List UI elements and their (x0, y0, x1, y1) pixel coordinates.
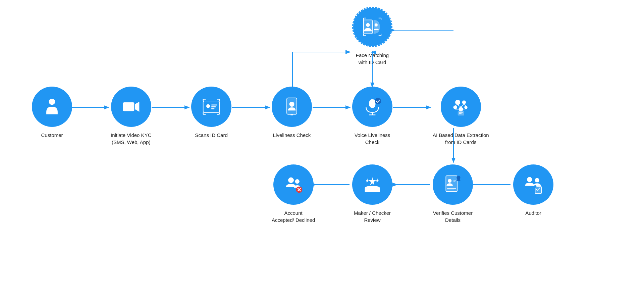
node-voice: Voice Liveliness Check (352, 87, 392, 146)
circle-scans (191, 87, 231, 127)
svg-point-43 (464, 106, 467, 109)
svg-rect-15 (48, 110, 53, 113)
svg-point-54 (366, 23, 370, 27)
svg-marker-76 (369, 177, 376, 185)
svg-marker-77 (375, 178, 379, 182)
node-initiate: Initiate Video KYC (SMS, Web, App) (111, 87, 151, 146)
node-account: Account Accepted/ Declined (272, 164, 315, 224)
auditor-icon (523, 175, 543, 195)
customer-label: Customer (41, 132, 63, 139)
initiate-label: Initiate Video KYC (SMS, Web, App) (111, 132, 151, 146)
svg-point-33 (289, 102, 294, 107)
face-matching-icon (362, 17, 382, 37)
video-kyc-icon (121, 97, 141, 117)
svg-line-46 (461, 104, 464, 107)
svg-point-39 (455, 100, 460, 105)
voice-label: Voice Liveliness Check (355, 132, 390, 146)
svg-point-14 (49, 99, 55, 105)
node-auditor: Auditor (513, 164, 553, 216)
node-face: Face Matching with ID Card (352, 7, 392, 66)
circle-initiate (111, 87, 151, 127)
auditor-label: Auditor (525, 209, 541, 216)
svg-point-73 (535, 178, 539, 182)
svg-point-41 (453, 105, 457, 109)
circle-account (273, 164, 314, 205)
node-verifies: Verifies Customer Details (433, 164, 473, 224)
circle-voice (352, 87, 392, 127)
diagram-container: Customer Initiate Video KYC (SMS, Web, A… (0, 0, 644, 295)
face-inner (353, 8, 391, 46)
svg-point-55 (375, 23, 378, 27)
voice-liveliness-icon (362, 97, 382, 117)
svg-rect-16 (123, 102, 134, 111)
svg-marker-17 (135, 102, 139, 112)
svg-rect-30 (211, 108, 214, 109)
verifies-icon (443, 175, 463, 195)
id-card-icon (201, 97, 221, 117)
svg-rect-35 (369, 99, 376, 108)
svg-point-27 (206, 104, 210, 108)
node-ai: AI Based Data Extraction from ID Cards (433, 87, 489, 146)
circle-auditor (513, 164, 553, 205)
face-label: Face Matching with ID Card (356, 52, 389, 66)
arrows-overlay (0, 0, 644, 295)
svg-line-47 (464, 104, 466, 106)
account-label: Account Accepted/ Declined (272, 209, 315, 224)
svg-point-75 (534, 185, 537, 188)
circle-liveliness (272, 87, 312, 127)
liveliness-icon (282, 97, 302, 117)
node-scans: Scans ID Card (191, 87, 231, 139)
svg-point-72 (527, 177, 532, 182)
circle-ai (441, 87, 481, 127)
node-maker: Maker / Checker Review (352, 164, 392, 224)
node-customer: Customer (32, 87, 72, 139)
svg-line-45 (455, 105, 458, 105)
svg-point-40 (462, 100, 466, 104)
svg-rect-28 (211, 104, 217, 105)
maker-label: Maker / Checker Review (354, 209, 391, 224)
svg-point-42 (459, 107, 463, 111)
svg-rect-74 (535, 187, 542, 194)
verifies-label: Verifies Customer Details (433, 209, 473, 224)
ai-label: AI Based Data Extraction from ID Cards (433, 132, 489, 146)
svg-point-66 (448, 179, 451, 183)
svg-rect-50 (458, 111, 464, 115)
account-icon (283, 175, 304, 195)
svg-point-38 (375, 98, 381, 104)
circle-customer (32, 87, 72, 127)
circle-face (352, 7, 392, 47)
scans-label: Scans ID Card (195, 132, 228, 139)
maker-checker-icon (362, 175, 382, 195)
svg-rect-56 (374, 29, 379, 30)
svg-point-80 (295, 179, 299, 184)
node-liveliness: Liveliness Check (272, 87, 312, 139)
svg-rect-29 (211, 106, 216, 107)
customer-icon (42, 97, 62, 117)
svg-point-79 (288, 177, 294, 183)
ai-extraction-icon (451, 97, 471, 117)
circle-maker (352, 164, 392, 205)
svg-rect-65 (446, 176, 457, 192)
svg-line-49 (463, 109, 466, 109)
svg-line-44 (458, 105, 461, 107)
liveliness-label: Liveliness Check (273, 132, 311, 139)
circle-verifies (433, 164, 473, 205)
svg-marker-78 (365, 178, 369, 182)
